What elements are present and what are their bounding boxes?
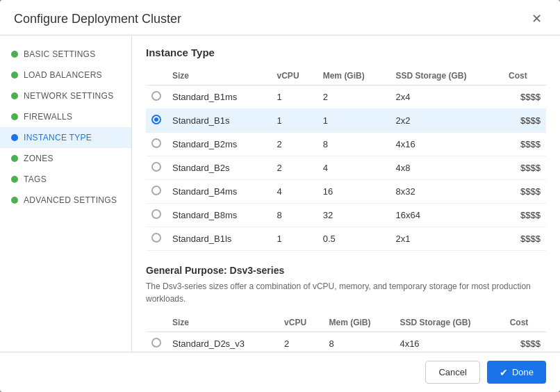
table-row[interactable]: Standard_B1ms 1 2 2x4 $$$$ — [146, 85, 546, 109]
col-mem: Mem (GiB) — [323, 313, 394, 332]
col-size: Size — [167, 67, 272, 85]
sidebar-label-instance-type: INSTANCE TYPE — [24, 133, 92, 142]
done-label: Done — [512, 367, 534, 377]
col-cost: Cost — [503, 67, 546, 85]
sidebar-item-advanced-settings[interactable]: ADVANCED SETTINGS — [0, 190, 131, 211]
cost-cell: $$$$ — [504, 332, 546, 352]
vcpu-cell: 8 — [272, 204, 318, 227]
vcpu-cell: 2 — [279, 332, 323, 352]
cost-cell: $$$$ — [503, 109, 546, 133]
cancel-button[interactable]: Cancel — [425, 361, 479, 384]
col-ssd: SSD Storage (GB) — [390, 67, 503, 85]
col-vcpu: vCPU — [279, 313, 323, 332]
col-mem: Mem (GiB) — [318, 67, 390, 85]
nav-dot-load-balancers — [11, 72, 18, 79]
radio-button[interactable] — [151, 209, 161, 219]
mem-cell: 4 — [318, 156, 390, 180]
cost-cell: $$$$ — [503, 180, 546, 204]
mem-cell: 2 — [318, 85, 390, 109]
vcpu-cell: 1 — [272, 85, 318, 109]
sidebar-item-basic-settings[interactable]: BASIC SETTINGS — [0, 44, 131, 65]
sidebar: BASIC SETTINGSLOAD BALANCERSNETWORK SETT… — [0, 35, 132, 352]
radio-cell[interactable] — [146, 109, 167, 133]
done-check-icon: ✔ — [500, 367, 508, 378]
ssd-cell: 16x64 — [390, 204, 503, 227]
ssd-cell: 2x4 — [390, 85, 503, 109]
ssd-cell: 4x8 — [390, 156, 503, 180]
radio-button[interactable] — [151, 138, 161, 148]
modal-body: BASIC SETTINGSLOAD BALANCERSNETWORK SETT… — [0, 35, 560, 352]
cost-cell: $$$$ — [503, 156, 546, 180]
modal-footer: Cancel ✔ Done — [0, 352, 560, 392]
mem-cell: 16 — [318, 180, 390, 204]
table-row[interactable]: Standard_B8ms 8 32 16x64 $$$$ — [146, 204, 546, 227]
size-cell: Standard_B4ms — [167, 180, 272, 204]
col-size: Size — [167, 313, 279, 332]
radio-button[interactable] — [151, 338, 161, 348]
radio-cell[interactable] — [146, 204, 167, 227]
modal-title: Configure Deployment Cluster — [14, 12, 181, 26]
size-cell: Standard_B8ms — [167, 204, 272, 227]
radio-button[interactable] — [151, 91, 161, 101]
sidebar-label-advanced-settings: ADVANCED SETTINGS — [24, 195, 117, 205]
radio-button[interactable] — [151, 233, 161, 243]
sidebar-item-load-balancers[interactable]: LOAD BALANCERS — [0, 65, 131, 85]
done-button[interactable]: ✔ Done — [487, 361, 546, 384]
ssd-cell: 2x1 — [390, 227, 503, 251]
radio-button[interactable] — [151, 162, 161, 172]
nav-dot-basic-settings — [11, 51, 18, 58]
radio-cell[interactable] — [146, 180, 167, 204]
vcpu-cell: 4 — [272, 180, 318, 204]
size-cell: Standard_B2ms — [167, 133, 272, 156]
table-row[interactable]: Standard_B1ls 1 0.5 2x1 $$$$ — [146, 227, 546, 251]
size-cell: Standard_B2s — [167, 156, 272, 180]
size-cell: Standard_B1ms — [167, 85, 272, 109]
ssd-cell: 8x32 — [390, 180, 503, 204]
vcpu-cell: 2 — [272, 133, 318, 156]
sidebar-label-network-settings: NETWORK SETTINGS — [24, 91, 113, 101]
dsv3-title: General Purpose: Dsv3-series — [146, 265, 546, 276]
nav-dot-advanced-settings — [11, 197, 18, 204]
nav-dot-firewalls — [11, 113, 18, 120]
mem-cell: 32 — [318, 204, 390, 227]
radio-cell[interactable] — [146, 227, 167, 251]
nav-dot-tags — [11, 176, 18, 183]
bsv3-table: Size vCPU Mem (GiB) SSD Storage (GB) Cos… — [146, 67, 546, 251]
vcpu-cell: 1 — [272, 227, 318, 251]
cost-cell: $$$$ — [503, 85, 546, 109]
col-ssd: SSD Storage (GB) — [394, 313, 504, 332]
ssd-cell: 2x2 — [390, 109, 503, 133]
dsv3-desc: The Dsv3-series sizes offer a combinatio… — [146, 280, 546, 305]
mem-cell: 8 — [318, 133, 390, 156]
table-row[interactable]: Standard_B2ms 2 8 4x16 $$$$ — [146, 133, 546, 156]
radio-button[interactable] — [151, 115, 161, 124]
ssd-cell: 4x16 — [390, 133, 503, 156]
sidebar-label-load-balancers: LOAD BALANCERS — [24, 70, 102, 80]
sidebar-item-tags[interactable]: TAGS — [0, 169, 131, 190]
radio-cell[interactable] — [146, 156, 167, 180]
vcpu-cell: 1 — [272, 109, 318, 133]
sidebar-label-zones: ZONES — [24, 154, 53, 163]
dsv3-table: Size vCPU Mem (GiB) SSD Storage (GB) Cos… — [146, 313, 546, 352]
radio-cell[interactable] — [146, 133, 167, 156]
radio-button[interactable] — [151, 186, 161, 195]
nav-dot-zones — [11, 155, 18, 162]
radio-cell[interactable] — [146, 332, 167, 352]
ssd-cell: 4x16 — [394, 332, 504, 352]
cost-cell: $$$$ — [503, 227, 546, 251]
size-cell: Standard_B1ls — [167, 227, 272, 251]
table-row[interactable]: Standard_D2s_v3 2 8 4x16 $$$$ — [146, 332, 546, 352]
table-row[interactable]: Standard_B2s 2 4 4x8 $$$$ — [146, 156, 546, 180]
col-select — [146, 313, 167, 332]
table-row[interactable]: Standard_B1s 1 1 2x2 $$$$ — [146, 109, 546, 133]
mem-cell: 0.5 — [318, 227, 390, 251]
col-cost: Cost — [504, 313, 546, 332]
close-button[interactable]: ✕ — [527, 11, 546, 26]
sidebar-item-instance-type[interactable]: INSTANCE TYPE — [0, 127, 131, 148]
sidebar-item-network-settings[interactable]: NETWORK SETTINGS — [0, 85, 131, 106]
sidebar-item-firewalls[interactable]: FIREWALLS — [0, 106, 131, 127]
size-cell: Standard_D2s_v3 — [167, 332, 279, 352]
table-row[interactable]: Standard_B4ms 4 16 8x32 $$$$ — [146, 180, 546, 204]
sidebar-item-zones[interactable]: ZONES — [0, 148, 131, 169]
radio-cell[interactable] — [146, 85, 167, 109]
